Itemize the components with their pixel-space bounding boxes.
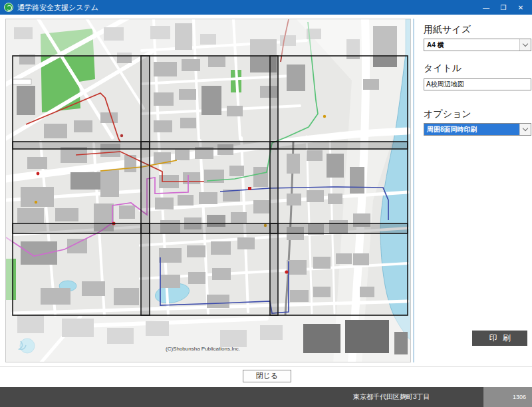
title-input[interactable]	[424, 78, 531, 90]
footer-divider	[0, 366, 532, 367]
statusbar: 東京都千代田区麹町3丁目 1306	[0, 387, 532, 407]
close-button[interactable]: ✕	[512, 0, 529, 15]
option-value: 周囲8面同時印刷	[427, 125, 477, 134]
paper-size-label: 用紙サイズ	[424, 24, 531, 36]
option-select[interactable]: 周囲8面同時印刷	[424, 123, 531, 136]
app-icon	[4, 3, 13, 12]
window-title: 通学路安全支援システム	[17, 3, 98, 13]
minimize-button[interactable]: —	[477, 0, 495, 15]
paper-size-dropdown-button[interactable]	[519, 39, 531, 51]
paper-size-value: A4 横	[427, 41, 444, 50]
option-label: オプション	[424, 108, 531, 120]
chevron-down-icon	[523, 41, 528, 47]
status-address: 東京都千代田区麹町3丁目	[353, 387, 430, 407]
print-button[interactable]: 印刷	[472, 331, 527, 346]
map-copyright: (C)Shobunsha Publications,Inc.	[166, 346, 240, 352]
title-label: タイトル	[424, 63, 531, 74]
map-edge-line	[413, 19, 414, 362]
map-area[interactable]: (C)Shobunsha Publications,Inc.	[5, 19, 411, 362]
close-icon: ✕	[518, 4, 523, 11]
titlebar: 通学路安全支援システム — ❐ ✕	[0, 0, 532, 15]
option-dropdown-button[interactable]	[519, 124, 531, 135]
maximize-icon: ❐	[501, 4, 507, 11]
app-window: 通学路安全支援システム — ❐ ✕	[0, 0, 532, 407]
map-svg: (C)Shobunsha Publications,Inc.	[6, 19, 411, 362]
status-scale: 1306	[483, 387, 532, 407]
side-panel: 用紙サイズ A4 横 タイトル オプション 周囲8面同時印刷 印刷	[418, 19, 528, 364]
chevron-down-icon	[523, 126, 528, 131]
paper-size-select[interactable]: A4 横	[424, 39, 531, 51]
minimize-icon: —	[483, 4, 489, 11]
close-dialog-button[interactable]: 閉じる	[243, 370, 291, 382]
maximize-button[interactable]: ❐	[495, 0, 512, 15]
